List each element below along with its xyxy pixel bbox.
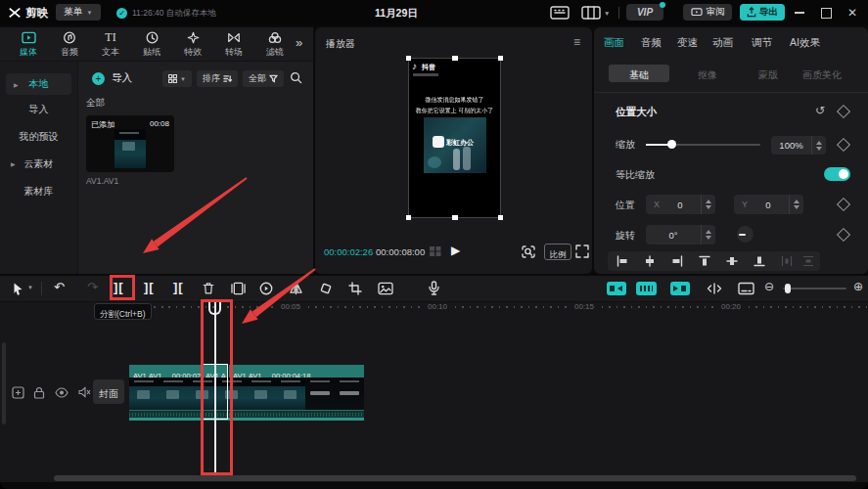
snap-toggle-icon[interactable] [607, 282, 626, 295]
rotate-value-box[interactable]: 0° [646, 225, 715, 244]
handle[interactable] [452, 215, 458, 220]
handle[interactable] [452, 56, 458, 61]
rotate-clip-button[interactable] [319, 282, 333, 295]
video-canvas[interactable]: ♪ 抖音 微信发消息如果发错了 教你把它设置上 可别的太小了 彩虹办公 [409, 59, 500, 217]
position-x-box[interactable]: X 0 [646, 195, 715, 214]
export-button[interactable]: 导出 [740, 4, 785, 21]
sidebar-item-presets[interactable]: 我的预设 [0, 130, 77, 144]
add-track-icon[interactable] [12, 386, 24, 399]
tab-sticker[interactable]: 贴纸 [137, 31, 166, 59]
sidebar-item-cloud[interactable]: ▶ 云素材 [0, 157, 77, 171]
tab-filters[interactable]: 滤镜 [260, 31, 290, 59]
player-menu-icon[interactable]: ≡ [573, 35, 580, 49]
view-mode-button[interactable]: ▼ [162, 70, 192, 87]
align-vcenter-icon[interactable] [726, 255, 738, 267]
scale-slider[interactable] [646, 144, 760, 146]
keyboard-shortcut-button[interactable] [550, 6, 570, 20]
preview-zoom-button[interactable] [521, 244, 536, 259]
play-clip-button[interactable] [259, 282, 273, 295]
reset-icon[interactable]: ↺ [815, 104, 825, 117]
import-button[interactable]: + 导入 [92, 71, 132, 85]
tab-picture[interactable]: 画面 [604, 36, 624, 50]
timeline-zoom-slider[interactable] [783, 288, 846, 289]
crop-button[interactable] [348, 282, 362, 295]
stepper[interactable] [811, 136, 826, 155]
align-hcenter-icon[interactable] [644, 255, 656, 267]
align-bottom-icon[interactable] [754, 255, 765, 267]
handle[interactable] [498, 56, 503, 61]
timeline-view-button[interactable] [738, 282, 754, 295]
distribute-h-icon[interactable] [781, 255, 793, 267]
frame-grid-icon[interactable] [429, 245, 442, 257]
tab-ai-effects[interactable]: AI效果 [790, 36, 820, 50]
redo-button[interactable]: ↷ [87, 280, 98, 294]
mirror-button[interactable] [289, 282, 303, 295]
position-y-box[interactable]: Y 0 [734, 195, 803, 214]
subtab-mask[interactable]: 蒙版 [758, 68, 778, 82]
zoom-slider-knob[interactable] [785, 284, 791, 293]
vip-button[interactable]: VIP [626, 4, 663, 21]
stepper[interactable] [701, 195, 715, 214]
tab-media[interactable]: 媒体 [14, 31, 43, 59]
scale-value-box[interactable]: 100% [771, 136, 826, 155]
linkage-toggle-icon[interactable] [636, 282, 657, 295]
undo-button[interactable]: ↶ [54, 280, 65, 294]
maximize-button[interactable] [821, 8, 832, 19]
select-tool-chevron-icon[interactable]: ▼ [27, 285, 33, 290]
search-button[interactable] [290, 71, 302, 84]
review-button[interactable]: 审阅 [683, 4, 732, 21]
handle[interactable] [498, 215, 503, 220]
stepper[interactable] [701, 225, 715, 244]
record-voiceover-button[interactable] [428, 281, 440, 295]
subtab-basic[interactable]: 基础 [609, 65, 669, 82]
handle[interactable] [406, 215, 411, 220]
mute-track-icon[interactable] [78, 386, 91, 398]
sidebar-item-library[interactable]: 素材库 [0, 185, 77, 199]
tab-transitions[interactable]: 转场 [219, 31, 249, 59]
timeline-scrollbar[interactable] [54, 475, 856, 481]
trim-right-button[interactable]: ][ [173, 280, 184, 294]
align-left-icon[interactable] [617, 255, 628, 267]
tab-text[interactable]: TI 文本 [96, 31, 125, 59]
filter-button[interactable]: 全部 [243, 70, 284, 87]
cover-button[interactable]: 封面 [93, 379, 124, 404]
subtab-enhance[interactable]: 画质美化 [802, 68, 842, 82]
tab-audio[interactable]: 音频 [55, 31, 84, 59]
preview-axis-toggle-icon[interactable] [670, 282, 690, 295]
menu-button[interactable]: 菜单 ▼ [56, 4, 101, 21]
subtab-cutout[interactable]: 抠像 [698, 68, 717, 82]
delete-button[interactable] [202, 282, 215, 295]
sidebar-item-local[interactable]: ▶ 本地 [6, 73, 71, 95]
keyframe-icon[interactable] [839, 140, 848, 150]
adapt-timeline-button[interactable] [707, 282, 722, 295]
tab-animation[interactable]: 动画 [712, 36, 733, 50]
trim-left-button[interactable]: ][ [144, 280, 155, 294]
align-top-icon[interactable] [699, 255, 710, 267]
tab-audio-inspector[interactable]: 音频 [641, 36, 662, 50]
layout-switch-button[interactable]: ▼ [581, 6, 610, 20]
play-button[interactable]: ▶ [451, 244, 460, 257]
keyframe-icon[interactable] [839, 230, 848, 240]
handle[interactable] [406, 56, 411, 61]
tab-adjust[interactable]: 调节 [752, 36, 772, 50]
tab-effects[interactable]: 特效 [178, 31, 207, 59]
zoom-out-button[interactable]: ⊖ [764, 280, 774, 293]
freeze-frame-button[interactable] [231, 282, 246, 295]
media-card[interactable]: 已添加 00:08 [86, 115, 174, 172]
close-button[interactable]: ✕ [847, 6, 857, 20]
fullscreen-button[interactable] [575, 244, 589, 258]
video-track-clip[interactable]: AV1.AV1 00:00:02:17 AV1.A AV1.AV1 00:00:… [129, 365, 364, 420]
ratio-button[interactable]: 比例 [544, 244, 571, 260]
zoom-in-button[interactable]: ⊕ [853, 280, 863, 293]
tab-speed[interactable]: 变速 [677, 36, 698, 50]
lock-track-icon[interactable] [33, 386, 45, 399]
sidebar-item-import[interactable]: 导入 [0, 103, 77, 116]
smart-tools-button[interactable] [378, 282, 393, 295]
keyframe-icon[interactable] [839, 107, 848, 116]
align-right-icon[interactable] [671, 255, 683, 267]
slider-knob[interactable] [667, 140, 676, 149]
tabs-more-button[interactable]: » [296, 35, 302, 50]
stepper[interactable] [789, 195, 803, 214]
hide-track-icon[interactable] [55, 387, 69, 398]
rotate-knob[interactable] [737, 226, 754, 243]
